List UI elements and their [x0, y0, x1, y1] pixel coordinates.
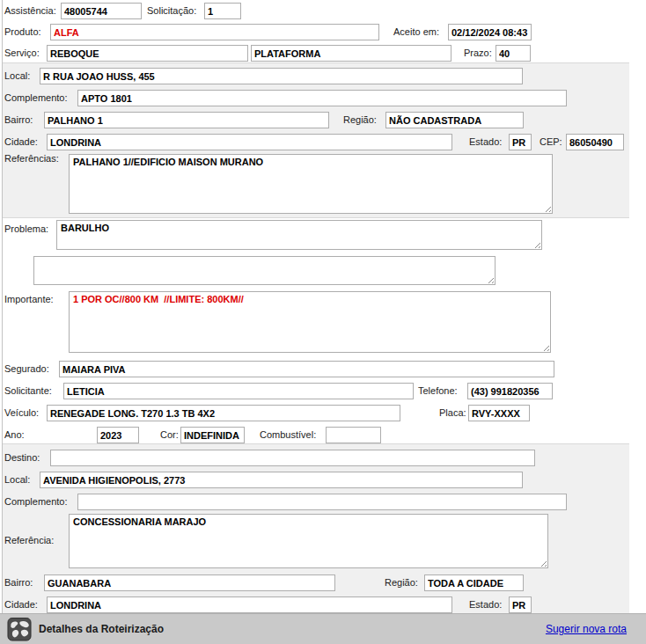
servico-label: Serviço:	[4, 48, 40, 58]
origem-bairro-label: Bairro:	[4, 114, 33, 125]
destino-regiao-label: Região:	[385, 577, 418, 588]
routing-details-bar: Detalhes da Roteirização Sugerir nova ro…	[0, 613, 646, 644]
destino-local-label: Local:	[4, 474, 30, 485]
ano-label: Ano:	[4, 429, 25, 440]
origem-referencias-field: PALHANO 1//EDIFICIO MAISON MURANO	[69, 154, 553, 214]
telefone-input[interactable]	[467, 383, 553, 399]
produto-input[interactable]	[50, 24, 379, 40]
destino-cidade-input[interactable]	[47, 596, 452, 613]
prazo-input[interactable]	[496, 45, 531, 62]
prazo-label: Prazo:	[464, 48, 492, 58]
origem-cep-label: CEP:	[540, 136, 562, 147]
observacao-field	[33, 256, 496, 285]
destino-referencia-field: CONCESSIONARIA MARAJO	[69, 514, 548, 568]
ano-input[interactable]	[97, 427, 139, 443]
assistencia-label: Assistência:	[4, 5, 56, 16]
aceito-em-label: Aceito em:	[393, 26, 439, 37]
destino-label: Destino:	[4, 452, 40, 463]
servico-tipo-input[interactable]	[251, 45, 451, 62]
solicitante-label: Solicitante:	[4, 385, 52, 396]
origem-local-input[interactable]	[40, 68, 523, 84]
importante-field: 1 POR OC//800 KM //LIMITE: 800KM//	[69, 291, 551, 353]
destino-local-input[interactable]	[40, 472, 523, 488]
origem-referencias-textarea[interactable]: PALHANO 1//EDIFICIO MAISON MURANO	[69, 154, 553, 214]
destino-referencia-label: Referência:	[4, 535, 54, 545]
veiculo-label: Veículo:	[4, 407, 39, 418]
routing-details-title: Detalhes da Roteirização	[39, 623, 164, 635]
origem-cidade-input[interactable]	[47, 134, 452, 150]
destino-input[interactable]	[50, 450, 535, 466]
origem-regiao-input[interactable]	[385, 112, 524, 128]
origem-cep-input[interactable]	[566, 134, 624, 150]
destino-bairro-label: Bairro:	[4, 577, 33, 588]
placa-label: Placa:	[439, 407, 466, 418]
combustivel-input[interactable]	[326, 427, 381, 443]
servico-input[interactable]	[47, 45, 248, 62]
origem-referencias-label: Referências:	[4, 153, 59, 164]
origem-complemento-input[interactable]	[77, 90, 567, 106]
observacao-textarea[interactable]	[33, 256, 496, 285]
telefone-label: Telefone:	[418, 385, 458, 396]
produto-label: Produto:	[4, 26, 41, 37]
problema-field: BARULHO	[56, 220, 542, 250]
problema-textarea[interactable]: BARULHO	[56, 220, 542, 250]
origem-estado-label: Estado:	[469, 136, 502, 147]
solicitacao-input[interactable]	[204, 3, 241, 19]
destino-regiao-input[interactable]	[424, 574, 524, 591]
destino-estado-label: Estado:	[469, 599, 502, 610]
solicitante-input[interactable]	[63, 383, 414, 399]
importante-textarea[interactable]: 1 POR OC//800 KM //LIMITE: 800KM//	[69, 291, 551, 353]
destino-complemento-label: Complemento:	[4, 496, 68, 507]
origem-estado-input[interactable]	[509, 134, 532, 150]
suggest-new-route-link[interactable]: Sugerir nova rota	[546, 623, 627, 635]
segurado-input[interactable]	[59, 361, 554, 377]
placa-input[interactable]	[468, 405, 530, 421]
importante-label: Importante:	[4, 294, 54, 304]
world-map-icon	[7, 618, 32, 641]
aceito-em-input[interactable]	[448, 24, 532, 40]
origem-regiao-label: Região:	[343, 114, 377, 125]
destino-complemento-input[interactable]	[77, 494, 567, 510]
origem-cidade-label: Cidade:	[4, 136, 38, 147]
origem-complemento-label: Complemento:	[4, 92, 68, 103]
origem-bairro-input[interactable]	[44, 112, 329, 128]
destino-bairro-input[interactable]	[44, 574, 335, 591]
solicitacao-label: Solicitação:	[147, 5, 196, 16]
assistencia-input[interactable]	[61, 3, 142, 19]
problema-label: Problema:	[4, 223, 48, 234]
origem-local-label: Local:	[4, 70, 30, 81]
destino-cidade-label: Cidade:	[4, 599, 38, 610]
destino-referencia-textarea[interactable]: CONCESSIONARIA MARAJO	[69, 514, 548, 568]
cor-label: Cor:	[160, 429, 179, 440]
cor-input[interactable]	[180, 427, 245, 443]
combustivel-label: Combustível:	[260, 429, 316, 440]
veiculo-input[interactable]	[47, 405, 400, 421]
segurado-label: Segurado:	[4, 363, 49, 374]
destino-estado-input[interactable]	[509, 596, 532, 613]
assistance-order-form: Assistência: Solicitação: Produto: Aceit…	[0, 0, 646, 644]
